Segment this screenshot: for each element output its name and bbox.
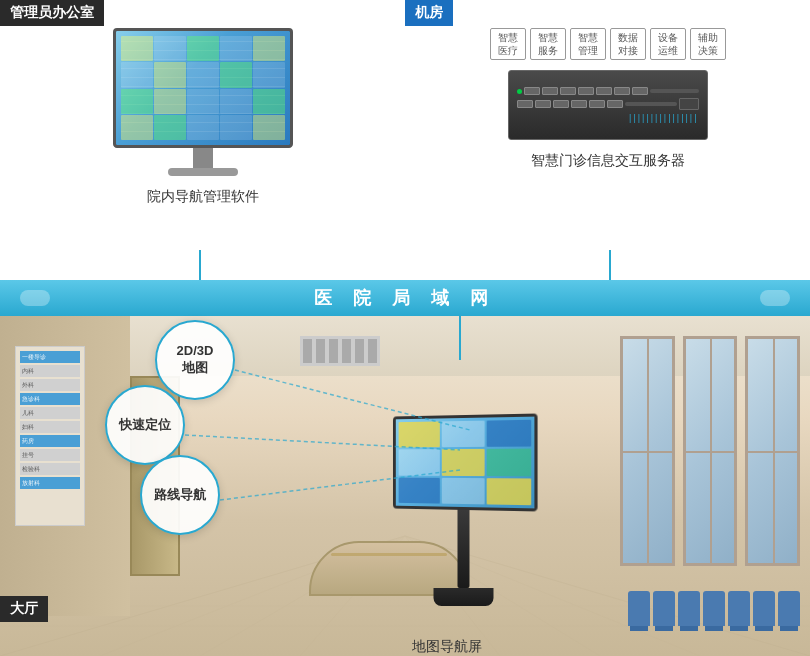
admin-device-label: 院内导航管理软件 bbox=[147, 188, 259, 206]
map-cell bbox=[154, 36, 186, 61]
map-cell bbox=[220, 89, 252, 114]
server-bar-2 bbox=[625, 102, 677, 106]
kiosk-cell bbox=[487, 420, 532, 447]
kiosk-screen bbox=[393, 413, 538, 511]
server-drive bbox=[524, 87, 540, 95]
monitor-container: 院内导航管理软件 bbox=[113, 28, 293, 206]
map-cell bbox=[121, 89, 153, 114]
server-tag-2: 智慧服务 bbox=[530, 28, 566, 60]
map-cell bbox=[187, 62, 219, 87]
map-cell bbox=[220, 36, 252, 61]
bubble-route-nav: 路线导航 bbox=[140, 455, 220, 535]
map-cell bbox=[253, 115, 285, 140]
chair-2 bbox=[653, 591, 675, 626]
map-cell bbox=[253, 62, 285, 87]
vent-slot bbox=[368, 339, 377, 363]
sign-row: 外科 bbox=[20, 379, 80, 391]
kiosk-cell bbox=[487, 478, 532, 505]
window-frame-1 bbox=[620, 336, 675, 566]
sign-row: 检验科 bbox=[20, 463, 80, 475]
sign-row: 内科 bbox=[20, 365, 80, 377]
kiosk-label: 地图导航屏 bbox=[412, 638, 482, 656]
server-room-panel: 机房 智慧医疗 智慧服务 智慧管理 数据对接 设备运维 辅助决策 bbox=[405, 0, 810, 280]
map-cell bbox=[187, 115, 219, 140]
server-room-label: 机房 bbox=[405, 0, 453, 26]
sign-row: 急诊科 bbox=[20, 393, 80, 405]
kiosk-stand bbox=[457, 508, 469, 588]
sign-row: 儿科 bbox=[20, 407, 80, 419]
server-port bbox=[679, 98, 699, 110]
server-drive bbox=[578, 87, 594, 95]
chair-4 bbox=[703, 591, 725, 626]
sign-row: 药房 bbox=[20, 435, 80, 447]
vent-slot bbox=[355, 339, 364, 363]
map-cell bbox=[220, 62, 252, 87]
server-tag-3: 智慧管理 bbox=[570, 28, 606, 60]
monitor-stand bbox=[193, 148, 213, 168]
map-cell bbox=[121, 36, 153, 61]
kiosk-cell bbox=[442, 449, 485, 476]
vent-slot bbox=[303, 339, 312, 363]
window-frame-2 bbox=[683, 336, 738, 566]
sign-row: 妇科 bbox=[20, 421, 80, 433]
map-cell bbox=[121, 62, 153, 87]
server-drive bbox=[632, 87, 648, 95]
monitor bbox=[113, 28, 293, 148]
server-device-label: 智慧门诊信息交互服务器 bbox=[531, 152, 685, 170]
map-cell bbox=[154, 89, 186, 114]
monitor-base bbox=[168, 168, 238, 176]
navigation-kiosk bbox=[391, 415, 536, 606]
chair-1 bbox=[628, 591, 650, 626]
chair-7 bbox=[778, 591, 800, 626]
kiosk-cell bbox=[442, 421, 485, 448]
server-unit: |||||||||||||||| bbox=[508, 70, 708, 140]
hall-label: 大厅 bbox=[0, 596, 48, 622]
server-drive bbox=[596, 87, 612, 95]
sign-row: 一楼导诊 bbox=[20, 351, 80, 363]
map-cell bbox=[253, 89, 285, 114]
server-drive bbox=[560, 87, 576, 95]
server-row-2 bbox=[517, 98, 699, 110]
server-tag-1: 智慧医疗 bbox=[490, 28, 526, 60]
server-drive bbox=[571, 100, 587, 108]
chair-6 bbox=[753, 591, 775, 626]
vent-slot bbox=[342, 339, 351, 363]
server-tag-5: 设备运维 bbox=[650, 28, 686, 60]
vent-slot bbox=[329, 339, 338, 363]
server-drive bbox=[542, 87, 558, 95]
bubble-2d3d: 2D/3D 地图 bbox=[155, 320, 235, 400]
window-frame-3 bbox=[745, 336, 800, 566]
kiosk-cell bbox=[399, 477, 440, 503]
network-bar: 医 院 局 域 网 bbox=[0, 280, 810, 316]
server-drive bbox=[589, 100, 605, 108]
sign-row: 挂号 bbox=[20, 449, 80, 461]
map-cell bbox=[154, 115, 186, 140]
kiosk-cell bbox=[399, 421, 440, 447]
server-tag-4: 数据对接 bbox=[610, 28, 646, 60]
map-cell bbox=[121, 115, 153, 140]
server-front: |||||||||||||||| bbox=[509, 71, 707, 139]
network-bar-text: 医 院 局 域 网 bbox=[314, 286, 496, 310]
admin-office-label: 管理员办公室 bbox=[0, 0, 104, 26]
bubble-route-text: 路线导航 bbox=[154, 487, 206, 504]
server-row bbox=[517, 87, 699, 95]
map-cell bbox=[154, 62, 186, 87]
server-tag-6: 辅助决策 bbox=[690, 28, 726, 60]
map-cell bbox=[187, 36, 219, 61]
server-text: |||||||||||||||| bbox=[629, 113, 698, 123]
windows-area bbox=[610, 326, 810, 576]
server-tags: 智慧医疗 智慧服务 智慧管理 数据对接 设备运维 辅助决策 bbox=[470, 28, 746, 60]
bubble-quick-locate: 快速定位 bbox=[105, 385, 185, 465]
server-drive bbox=[535, 100, 551, 108]
monitor-screen bbox=[116, 31, 290, 145]
server-bar bbox=[650, 89, 699, 93]
map-overlay bbox=[121, 36, 285, 140]
hall-section: 一楼导诊 内科 外科 急诊科 儿科 妇科 药房 挂号 检验科 放射科 bbox=[0, 316, 810, 656]
server-drive bbox=[553, 100, 569, 108]
chair-3 bbox=[678, 591, 700, 626]
server-drive bbox=[614, 87, 630, 95]
map-cell bbox=[187, 89, 219, 114]
chairs-area bbox=[628, 591, 800, 626]
ceiling-vent bbox=[300, 336, 380, 366]
server-container: 智慧医疗 智慧服务 智慧管理 数据对接 设备运维 辅助决策 bbox=[405, 28, 810, 170]
